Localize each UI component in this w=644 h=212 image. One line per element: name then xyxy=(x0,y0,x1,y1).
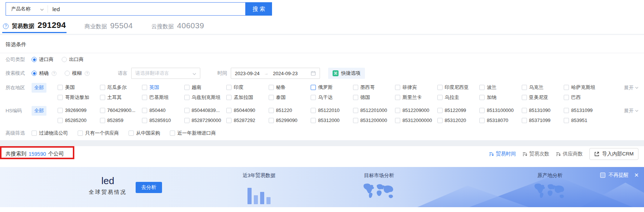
tab-trade-data[interactable]: ? 贸易数据 291294 xyxy=(2,20,67,33)
region-all-badge[interactable]: 全部 xyxy=(32,83,46,93)
hs-checkbox-item[interactable]: 85371099 xyxy=(522,115,564,125)
region-checkbox-item[interactable]: 亚美尼亚 xyxy=(522,92,564,102)
hs-checkbox-item[interactable]: 85285200 xyxy=(58,115,100,125)
import-crm-button[interactable]: 导入内部CRM xyxy=(589,148,638,160)
region-checkbox-item[interactable]: 美国 xyxy=(58,82,100,92)
region-checkbox-item[interactable]: 俄罗斯 xyxy=(311,82,353,92)
region-checkbox-item[interactable]: 波兰 xyxy=(479,82,522,92)
hs-checkbox-item[interactable]: 85122099 xyxy=(437,105,480,115)
checkbox-label: 85122010 xyxy=(318,107,340,113)
hs-expand-link[interactable]: 展开 xyxy=(624,107,638,114)
region-checkbox-item[interactable]: 哥斯达黎加 xyxy=(58,92,100,102)
search-input[interactable] xyxy=(48,3,245,15)
language-placeholder: 请选择翻译语言 xyxy=(135,70,169,77)
region-expand-link[interactable]: 展开 xyxy=(624,84,638,91)
card-label: 近3年贸易数据 xyxy=(227,172,291,179)
region-checkbox-item[interactable]: 菲律宾 xyxy=(395,82,437,92)
sort-items: 贸易时间 贸易次数 xyxy=(489,151,583,157)
radio-exact[interactable]: 精确 ? xyxy=(32,70,56,77)
region-checkbox-item[interactable]: 乌拉圭 xyxy=(437,92,480,102)
advanced-checkbox-item[interactable]: 从中国采购 xyxy=(129,128,160,138)
advanced-checkbox-item[interactable]: 过滤物流公司 xyxy=(32,128,68,138)
hs-all-badge[interactable]: 全部 xyxy=(32,106,46,116)
hs-checkbox-item[interactable]: 85285910 xyxy=(142,115,184,125)
hs-checkbox-item[interactable]: 85044090 xyxy=(226,105,269,115)
region-checkbox-item[interactable]: 乌兹别克斯坦 xyxy=(184,92,227,102)
hs-checkbox-item[interactable]: 8512201000 xyxy=(353,105,395,115)
hs-checkbox-item[interactable]: 852859 xyxy=(100,115,142,125)
advanced-checkbox-item[interactable]: 近一年新增进口商 xyxy=(170,128,216,138)
region-checkbox-item[interactable]: 泰国 xyxy=(269,92,311,102)
region-checkbox-item[interactable]: 孟加拉国 xyxy=(226,92,269,102)
radio-fuzzy[interactable]: 模糊 ? xyxy=(65,70,90,77)
checkbox-box xyxy=(226,95,232,100)
hs-checkbox-item[interactable]: 85131090 xyxy=(522,105,564,115)
hs-checkbox-item[interactable]: 39269099 xyxy=(58,105,100,115)
advanced-checkbox-item[interactable]: 只有一个供应商 xyxy=(78,128,119,138)
tab-cloud-search-data[interactable]: 云搜数据 406039 xyxy=(151,21,205,33)
region-checkbox-item[interactable]: 印度 xyxy=(226,82,269,92)
region-checkbox-item[interactable]: 乌克兰 xyxy=(522,82,564,92)
hs-checkbox-item[interactable]: 850440 xyxy=(142,105,184,115)
hs-checkbox-item[interactable]: 85312000000 xyxy=(395,115,437,125)
hs-checkbox-item[interactable]: 85287290000 xyxy=(184,115,227,125)
sort-item[interactable]: 贸易次数 xyxy=(522,151,549,157)
import-crm-label: 导入内部CRM xyxy=(602,151,634,157)
hs-checkbox-item[interactable]: 85312020 xyxy=(437,115,480,125)
hs-checkbox-item[interactable]: 85287292 xyxy=(226,115,269,125)
checkbox-label: 85122099 xyxy=(445,107,466,113)
tab-business-data[interactable]: 商业数据 95504 xyxy=(84,21,133,33)
region-checkbox-item[interactable]: 厄瓜多尔 xyxy=(100,82,142,92)
hs-checkbox-item[interactable]: 8512209000 xyxy=(395,105,437,115)
checkbox-box xyxy=(311,85,316,90)
hs-checkbox-item[interactable]: 85122010 xyxy=(311,105,353,115)
card-trade-data-3y[interactable]: 近3年贸易数据 xyxy=(227,172,291,204)
region-checkbox-item[interactable]: 秘鲁 xyxy=(269,82,311,92)
region-checkbox-item[interactable]: 巴西 xyxy=(564,92,606,102)
hs-checkbox-item[interactable]: 85312000 xyxy=(311,115,353,125)
region-checkbox-item[interactable]: 巴基斯坦 xyxy=(142,92,184,102)
quick-options-button[interactable]: ⌘ 快捷选项 xyxy=(328,68,365,79)
radio-exporter[interactable]: 出口商 xyxy=(62,56,84,63)
radio-label: 进口商 xyxy=(39,56,54,63)
card-target-market[interactable]: 目标市场分析 xyxy=(347,172,411,203)
region-checkbox-item[interactable]: 乌干达 xyxy=(311,92,353,102)
tab-count: 406039 xyxy=(177,21,204,30)
dismiss-checkbox[interactable] xyxy=(600,173,605,178)
checkbox-box xyxy=(100,95,105,100)
sort-item[interactable]: 供应商数 xyxy=(556,151,583,157)
product-category-select[interactable]: 产品名称 xyxy=(6,6,48,12)
close-icon[interactable]: ✕ xyxy=(634,172,639,179)
region-checkbox-item[interactable]: 印度尼西亚 xyxy=(437,82,480,92)
sort-item[interactable]: 贸易时间 xyxy=(489,151,516,157)
region-checkbox-item[interactable]: 哈萨克斯坦 xyxy=(564,82,606,92)
date-range-picker[interactable]: 2023-09-24 → 2024-09-23 xyxy=(231,68,320,79)
checkbox-label: 美国 xyxy=(65,84,75,91)
region-checkbox-item[interactable]: 加纳 xyxy=(479,92,522,102)
hs-checkbox-item[interactable]: 85131099 xyxy=(564,105,606,115)
hs-checkbox-item[interactable]: 760429900... xyxy=(100,105,142,115)
dismiss-control: 不再提醒 ✕ xyxy=(600,172,639,179)
language-select[interactable]: 请选择翻译语言 xyxy=(131,68,200,79)
hs-checkbox-item[interactable]: 851220 xyxy=(269,105,311,115)
analyze-button[interactable]: 去分析 xyxy=(136,182,162,193)
region-checkbox-item[interactable]: 英国 xyxy=(142,82,184,92)
radio-importer[interactable]: 进口商 xyxy=(32,56,54,63)
region-checkbox-item[interactable]: 斯里兰卡 xyxy=(395,92,437,102)
hs-checkbox-item[interactable]: 8531200000 xyxy=(353,115,395,125)
region-checkbox-item[interactable]: 德国 xyxy=(353,92,395,102)
keyword-block: led 全球贸易情况 xyxy=(85,175,130,196)
checkbox-label: 850440839... xyxy=(192,107,220,113)
hs-checkbox-item[interactable]: 853951 xyxy=(564,115,606,125)
hs-checkbox-item[interactable]: 85299090 xyxy=(269,115,311,125)
hs-checkbox-item[interactable]: 850440839... xyxy=(184,105,227,115)
region-checkbox-item[interactable]: 土耳其 xyxy=(100,92,142,102)
language-label: 语言 xyxy=(118,70,127,77)
hs-checkbox-item[interactable]: 85318070 xyxy=(479,115,522,125)
card-origin-analysis[interactable]: 原产地分析 xyxy=(518,172,582,203)
region-checkbox-item[interactable]: 墨西哥 xyxy=(353,82,395,92)
hs-checkbox-item[interactable]: 8513100000 xyxy=(479,105,522,115)
search-button[interactable]: 搜 索 xyxy=(246,2,272,16)
region-checkbox-item[interactable]: 越南 xyxy=(184,82,227,92)
end-date: 2024-09-23 xyxy=(273,71,298,76)
